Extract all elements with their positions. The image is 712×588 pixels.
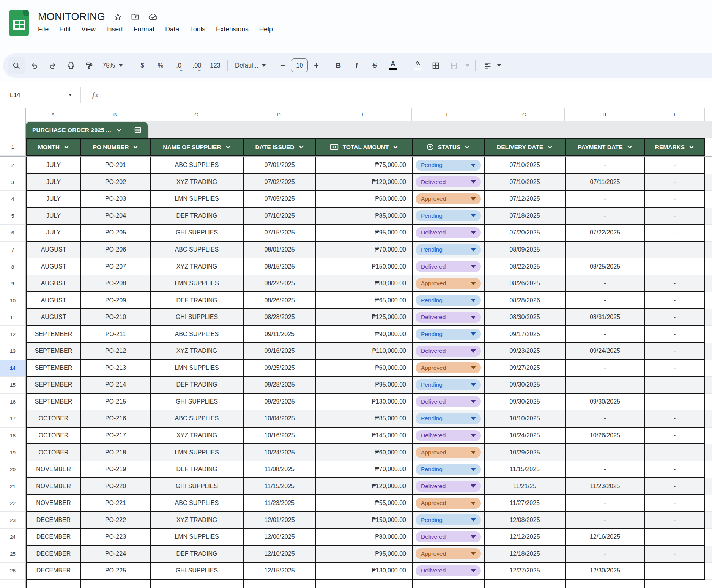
cell-remarks[interactable]: - (644, 242, 705, 259)
table-grid-icon[interactable] (128, 122, 148, 138)
cell-po[interactable]: PO-212 (80, 343, 150, 360)
row-number-17[interactable]: 17 (0, 410, 26, 428)
cell-payment[interactable]: 08/31/2025 (565, 309, 644, 326)
cell-delivery[interactable]: 12/27/2025 (484, 563, 565, 580)
cell-delivery[interactable]: 07/18/2025 (484, 208, 565, 225)
cell-supplier[interactable]: LMN SUPPLIES (150, 191, 243, 208)
cell-po[interactable]: PO-220 (80, 478, 150, 495)
name-box[interactable]: L14 (0, 91, 80, 99)
cell-delivery[interactable]: 07/10/2025 (484, 174, 565, 191)
cell-amount[interactable]: ₱90,000.00 (315, 326, 412, 343)
cell-month[interactable]: SEPTEMBER (26, 343, 80, 360)
cell-delivery[interactable]: 08/22/2025 (484, 258, 565, 275)
cell-issued[interactable]: 08/26/2025 (243, 292, 315, 309)
cell-supplier[interactable]: GHI SUPPLIES (150, 394, 243, 411)
column-letter-D[interactable]: D (243, 108, 315, 121)
row-number-3[interactable]: 3 (0, 174, 26, 191)
cell-amount[interactable]: ₱150,000.00 (315, 258, 412, 275)
row-number-26[interactable]: 26 (0, 563, 26, 580)
cell-status[interactable]: Delivered (412, 258, 484, 275)
cell-delivery[interactable]: 09/23/2025 (484, 343, 565, 360)
cell-status[interactable]: Approved (412, 360, 484, 377)
cell-payment[interactable]: 09/24/2025 (565, 343, 644, 360)
cell-payment[interactable]: - (565, 191, 644, 208)
cell-month[interactable]: OCTOBER (26, 410, 80, 428)
cell-issued[interactable]: 09/28/2025 (243, 377, 315, 394)
cell-po[interactable]: PO-214 (80, 377, 150, 394)
sheets-logo-icon[interactable] (9, 10, 29, 36)
cell-amount[interactable]: ₱85,000.00 (315, 410, 412, 428)
row-number-4[interactable]: 4 (0, 191, 26, 208)
column-letter-B[interactable]: B (80, 108, 150, 121)
cell-month[interactable]: DECEMBER (26, 512, 80, 529)
menu-help[interactable]: Help (259, 25, 273, 33)
cell-status[interactable]: Approved (412, 191, 484, 208)
cell-amount[interactable]: ₱145,000.00 (315, 428, 412, 445)
cell-issued[interactable]: 07/02/2025 (243, 174, 315, 191)
cell-status[interactable]: Approved (412, 546, 484, 563)
row-number-7[interactable]: 7 (0, 242, 26, 259)
column-letter-A[interactable]: A (26, 108, 80, 121)
status-chip[interactable]: Approved (416, 498, 481, 509)
cell-issued[interactable]: 12/10/2025 (243, 546, 315, 563)
column-header-month[interactable]: MONTH (26, 138, 80, 156)
cell-month[interactable]: DECEMBER (26, 563, 80, 580)
status-chip[interactable]: Approved (416, 548, 481, 559)
format-percent-button[interactable]: % (152, 57, 169, 74)
decrease-font-size-button[interactable]: − (277, 57, 289, 74)
status-chip[interactable]: Approved (416, 362, 481, 373)
cell-payment[interactable]: - (565, 360, 644, 377)
cell-status[interactable]: Pending (412, 410, 484, 428)
cell-remarks[interactable]: - (644, 343, 705, 360)
cell-issued[interactable]: 12/06/2025 (243, 529, 315, 546)
column-header-payment-date[interactable]: PAYMENT DATE (565, 138, 644, 156)
cell-delivery[interactable]: 10/24/2025 (484, 428, 565, 445)
cell-month[interactable]: AUGUST (26, 292, 80, 309)
cell-remarks[interactable]: - (644, 444, 705, 461)
cell-supplier[interactable]: XYZ TRADING (150, 428, 243, 445)
cell-payment[interactable]: 11/23/2025 (565, 478, 644, 495)
cell-amount[interactable]: ₱60,000.00 (315, 444, 412, 461)
cell-payment[interactable]: - (565, 326, 644, 343)
row-number-20[interactable]: 20 (0, 461, 26, 478)
cell-po[interactable]: PO-210 (80, 309, 150, 326)
column-header-remarks[interactable]: REMARKS (644, 138, 705, 156)
cell-amount[interactable]: ₱60,000.00 (315, 360, 412, 377)
table-menu-chevron-icon[interactable] (117, 129, 121, 132)
cell-supplier[interactable]: DEF TRADING (150, 461, 243, 478)
cell-po[interactable]: PO-208 (80, 275, 150, 292)
cell-status[interactable]: Delivered (412, 225, 484, 242)
column-filter-chevron-icon[interactable] (465, 145, 470, 149)
fill-color-icon[interactable] (409, 57, 426, 74)
cell-supplier[interactable]: ABC SUPPLIES (150, 495, 243, 512)
print-icon[interactable] (62, 57, 80, 74)
cell-amount[interactable]: ₱125,000.00 (315, 309, 412, 326)
cell-status[interactable]: Pending (412, 461, 484, 478)
cell-amount[interactable]: ₱110,000.00 (315, 343, 412, 360)
italic-button[interactable]: I (348, 57, 365, 74)
row-number-6[interactable]: 6 (0, 225, 26, 242)
cell-month[interactable]: AUGUST (26, 309, 80, 326)
cell-po[interactable]: PO-205 (80, 225, 150, 242)
cell-delivery[interactable]: 09/27/2025 (484, 360, 565, 377)
cell-month[interactable]: SEPTEMBER (26, 360, 80, 377)
search-icon[interactable] (8, 57, 25, 74)
cell-status[interactable]: Pending (412, 242, 484, 259)
cell-payment[interactable]: - (565, 512, 644, 529)
row-number-8[interactable]: 8 (0, 258, 26, 275)
row-number-10[interactable]: 10 (0, 292, 26, 309)
horizontal-align-icon[interactable] (479, 57, 496, 74)
cell-supplier[interactable]: DEF TRADING (150, 292, 243, 309)
cell-remarks[interactable]: - (644, 225, 705, 242)
menu-view[interactable]: View (81, 25, 96, 33)
cell-po[interactable]: PO-206 (80, 242, 150, 259)
status-chip[interactable]: Pending (416, 244, 481, 255)
cell-issued[interactable]: 09/25/2025 (243, 360, 315, 377)
cell-delivery[interactable]: 11/15/2025 (484, 461, 565, 478)
cell-po[interactable]: PO-204 (80, 208, 150, 225)
cell-amount[interactable]: ₱95,000.00 (315, 225, 412, 242)
cell-amount[interactable]: ₱130,000.00 (315, 563, 412, 580)
cell-po[interactable]: PO-211 (80, 326, 150, 343)
cell-amount[interactable]: ₱55,000.00 (315, 495, 412, 512)
cell-delivery[interactable]: 07/10/2025 (484, 157, 565, 174)
